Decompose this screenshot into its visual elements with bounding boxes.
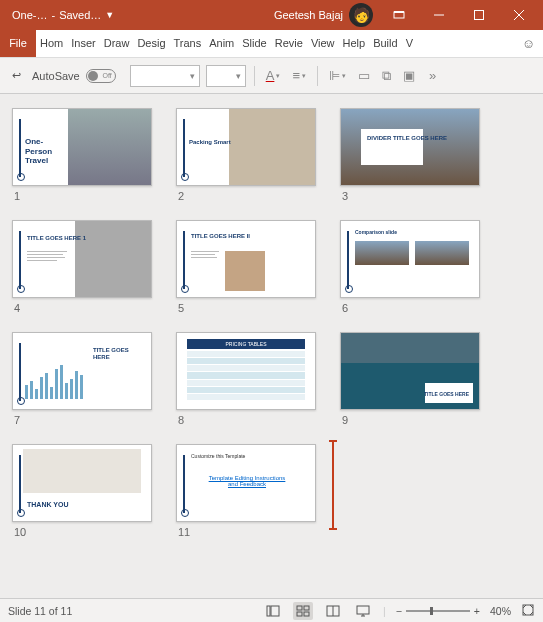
autosave-toggle[interactable]: AutoSave Off (32, 69, 116, 83)
slide-title: Packing Smart (189, 139, 231, 146)
align-button[interactable]: ≡▾ (289, 66, 309, 85)
svg-rect-9 (304, 606, 309, 610)
close-button[interactable] (499, 0, 539, 30)
font-size-combo[interactable]: ▾ (206, 65, 246, 87)
chart-bars (25, 359, 83, 399)
tab-draw[interactable]: Draw (100, 30, 134, 57)
slide-number: 4 (12, 302, 152, 314)
undo-icon[interactable]: ↩ (6, 66, 26, 86)
group-button[interactable]: ⧉ (379, 66, 394, 86)
svg-rect-3 (475, 11, 484, 20)
svg-rect-10 (297, 612, 302, 616)
tab-animations[interactable]: Anim (205, 30, 238, 57)
tab-overflow[interactable]: V (402, 30, 417, 57)
tab-view[interactable]: View (307, 30, 339, 57)
tab-review[interactable]: Revie (271, 30, 307, 57)
font-color-button[interactable]: A▾ (263, 66, 284, 85)
slide-sorter-view-button[interactable] (293, 602, 313, 620)
tab-file[interactable]: File (0, 30, 36, 57)
reading-view-button[interactable] (323, 602, 343, 620)
tab-slideshow[interactable]: Slide (238, 30, 270, 57)
chevron-down-icon[interactable]: ▼ (105, 10, 114, 20)
ribbon-tabs: File Hom Inser Draw Desig Trans Anim Sli… (0, 30, 543, 58)
slide-number: 2 (176, 190, 316, 202)
bring-forward-button[interactable]: ▣ (400, 66, 418, 85)
tab-build[interactable]: Build (369, 30, 401, 57)
insertion-cursor (332, 440, 334, 530)
zoom-out-icon[interactable]: − (396, 605, 402, 617)
statusbar: Slide 11 of 11 | − + 40% (0, 598, 543, 622)
slide-thumb-3[interactable]: DIVIDER TITLE GOES HERE 3 (340, 108, 480, 202)
slide-thumb-8[interactable]: PRICING TABLES 8 (176, 332, 316, 426)
toggle-off-icon: Off (86, 69, 116, 83)
slide-title: TITLE GOES HERE 1 (27, 235, 86, 242)
tab-help[interactable]: Help (339, 30, 370, 57)
fit-to-window-button[interactable] (521, 603, 535, 619)
slide-title: TITLE GOES HERE (424, 391, 469, 397)
slide-number: 5 (176, 302, 316, 314)
ribbon-toolbar: ↩ AutoSave Off ▾ ▾ A▾ ≡▾ ⊫▾ ▭ ⧉ ▣ » (0, 58, 543, 94)
zoom-slider[interactable]: − + (396, 605, 480, 617)
slide-title: DIVIDER TITLE GOES HERE (367, 135, 447, 142)
arrange-button[interactable]: ▭ (355, 66, 373, 85)
doc-name: One-… (12, 9, 47, 21)
svg-rect-6 (267, 606, 270, 616)
slide-thumb-11[interactable]: Customize this Template Template Editing… (176, 444, 316, 538)
titlebar: One-… - Saved… ▼ Geetesh Bajaj 🧑 (0, 0, 543, 30)
slide-title: TITLE GOES HERE (93, 347, 139, 361)
slide-thumb-9[interactable]: TITLE GOES HERE 9 (340, 332, 480, 426)
slide-title: Customize this Template (191, 453, 245, 459)
feedback-smiley-icon[interactable]: ☺ (514, 30, 543, 57)
slide-title: TITLE GOES HERE II (191, 233, 250, 240)
slide-title: THANK YOU (27, 501, 68, 509)
slide-thumb-4[interactable]: TITLE GOES HERE 1 4 (12, 220, 152, 314)
maximize-button[interactable] (459, 0, 499, 30)
slide-number: 3 (340, 190, 480, 202)
font-family-combo[interactable]: ▾ (130, 65, 200, 87)
overflow-button[interactable]: » (426, 66, 439, 85)
slide-thumb-7[interactable]: TITLE GOES HERE 7 (12, 332, 152, 426)
slide-number: 8 (176, 414, 316, 426)
slide-title: Comparison slide (355, 229, 397, 235)
slide-number: 6 (340, 302, 480, 314)
slide-number: 10 (12, 526, 152, 538)
doc-separator: - (51, 9, 55, 21)
ribbon-display-button[interactable] (379, 0, 419, 30)
slide-title: One-Person Travel (25, 137, 70, 166)
minimize-button[interactable] (419, 0, 459, 30)
slide-title: PRICING TABLES (187, 339, 305, 349)
slide-thumb-5[interactable]: TITLE GOES HERE II 5 (176, 220, 316, 314)
document-title[interactable]: One-… - Saved… ▼ (4, 9, 122, 21)
slide-thumb-2[interactable]: Packing Smart 2 (176, 108, 316, 202)
slide-link: Template Editing Instructions and Feedba… (207, 475, 287, 487)
slide-thumb-6[interactable]: Comparison slide 6 (340, 220, 480, 314)
save-status: Saved… (59, 9, 101, 21)
align-objects-button[interactable]: ⊫▾ (326, 66, 349, 85)
zoom-level[interactable]: 40% (490, 605, 511, 617)
svg-rect-7 (271, 606, 279, 616)
svg-rect-11 (304, 612, 309, 616)
slide-count[interactable]: Slide 11 of 11 (8, 605, 72, 617)
normal-view-button[interactable] (263, 602, 283, 620)
tab-insert[interactable]: Inser (67, 30, 99, 57)
slide-number: 7 (12, 414, 152, 426)
slide-thumb-10[interactable]: THANK YOU 10 (12, 444, 152, 538)
slide-number: 11 (176, 526, 316, 538)
user-account[interactable]: Geetesh Bajaj 🧑 (268, 3, 379, 27)
slide-number: 1 (12, 190, 152, 202)
user-avatar: 🧑 (349, 3, 373, 27)
tab-design[interactable]: Desig (133, 30, 169, 57)
zoom-in-icon[interactable]: + (474, 605, 480, 617)
slideshow-button[interactable] (353, 602, 373, 620)
svg-rect-8 (297, 606, 302, 610)
user-name: Geetesh Bajaj (274, 9, 343, 21)
slide-sorter-view[interactable]: One-Person Travel 1 Packing Smart 2 DIVI… (0, 94, 543, 598)
slide-number: 9 (340, 414, 480, 426)
slide-thumb-1[interactable]: One-Person Travel 1 (12, 108, 152, 202)
tab-transitions[interactable]: Trans (170, 30, 206, 57)
svg-rect-14 (357, 606, 369, 614)
autosave-label: AutoSave (32, 70, 80, 82)
tab-home[interactable]: Hom (36, 30, 67, 57)
